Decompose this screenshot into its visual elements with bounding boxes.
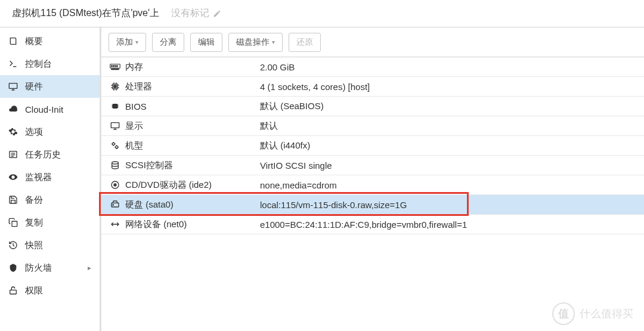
eye-icon <box>8 172 19 182</box>
pencil-icon <box>213 10 221 18</box>
sidebar-item-7[interactable]: 备份 <box>0 188 100 211</box>
add-label: 添加 <box>116 37 133 48</box>
sidebar-item-11[interactable]: 权限 <box>0 279 100 302</box>
cloud-icon <box>8 104 19 114</box>
book-icon <box>8 36 19 46</box>
svg-rect-11 <box>111 65 112 67</box>
sidebar-item-label: 复制 <box>25 217 43 228</box>
cpu-icon <box>109 82 122 91</box>
hardware-row[interactable]: 处理器4 (1 sockets, 4 cores) [host] <box>101 77 644 97</box>
gear-icon <box>8 127 19 137</box>
vm-title: 虚拟机115 (DSMtest)在节点'pve'上 <box>12 7 159 20</box>
sidebar-item-5[interactable]: 任务历史 <box>0 143 100 166</box>
hardware-row-label: SCSI控制器 <box>122 160 260 171</box>
hdd-icon <box>109 200 122 209</box>
no-tags[interactable]: 没有标记 <box>171 7 221 20</box>
hardware-row-value: 4 (1 sockets, 4 cores) [host] <box>260 82 644 92</box>
sidebar-item-label: Cloud-Init <box>25 104 63 115</box>
terminal-icon <box>8 59 19 69</box>
hardware-row-value: 默认 <box>260 120 644 132</box>
detach-label: 分离 <box>160 37 177 48</box>
hardware-row-value: e1000=BC:24:11:1D:AF:C9,bridge=vmbr0,fir… <box>260 219 644 230</box>
svg-rect-26 <box>113 104 117 109</box>
disk-action-label: 磁盘操作 <box>236 37 270 48</box>
save-icon <box>8 195 19 205</box>
sidebar-item-label: 任务历史 <box>25 149 61 160</box>
stack-icon <box>109 160 122 170</box>
display-icon <box>109 121 122 131</box>
chip-icon <box>109 101 122 111</box>
edit-button[interactable]: 编辑 <box>190 33 222 52</box>
titlebar: 虚拟机115 (DSMtest)在节点'pve'上 没有标记 <box>0 0 644 27</box>
sidebar-item-4[interactable]: 选项 <box>0 120 100 143</box>
chevron-down-icon: ▾ <box>135 39 138 45</box>
hardware-row[interactable]: SCSI控制器VirtIO SCSI single <box>101 156 644 175</box>
list-icon <box>8 150 19 159</box>
sidebar-item-1[interactable]: 控制台 <box>0 52 100 75</box>
svg-rect-13 <box>114 65 116 67</box>
hardware-row[interactable]: 网络设备 (net0)e1000=BC:24:11:1D:AF:C9,bridg… <box>101 215 644 234</box>
hardware-row[interactable]: 显示默认 <box>101 116 644 136</box>
disk-action-button[interactable]: 磁盘操作 ▾ <box>228 33 283 52</box>
history-icon <box>8 240 19 250</box>
net-icon <box>109 219 122 229</box>
hardware-row-value: local:115/vm-115-disk-0.raw,size=1G <box>260 200 644 210</box>
sidebar-item-label: 权限 <box>25 285 43 296</box>
svg-point-38 <box>112 162 119 164</box>
sidebar-item-label: 监视器 <box>25 172 52 183</box>
revert-button[interactable]: 还原 <box>289 33 321 52</box>
detach-button[interactable]: 分离 <box>152 33 184 52</box>
hardware-row-label: 网络设备 (net0) <box>122 219 260 230</box>
cogs-icon <box>109 141 122 150</box>
svg-rect-33 <box>111 123 119 128</box>
no-tags-label: 没有标记 <box>171 7 209 20</box>
hardware-row[interactable]: 机型默认 (i440fx) <box>101 136 644 156</box>
hardware-row-label: 处理器 <box>122 81 260 92</box>
sidebar-item-10[interactable]: 防火墙▸ <box>0 256 100 279</box>
hardware-row-label: CD/DVD驱动器 (ide2) <box>122 180 260 191</box>
content: 添加 ▾ 分离 编辑 磁盘操作 ▾ 还原 内存2.00 GiB处理器4 (1 s… <box>101 27 644 331</box>
svg-point-36 <box>112 143 114 145</box>
hardware-row-value: VirtIO SCSI single <box>260 160 644 171</box>
hardware-row[interactable]: 硬盘 (sata0)local:115/vm-115-disk-0.raw,si… <box>101 195 644 215</box>
svg-rect-1 <box>9 83 17 89</box>
svg-point-43 <box>113 205 113 205</box>
memory-icon <box>109 63 122 71</box>
svg-rect-8 <box>12 221 17 227</box>
sidebar-item-8[interactable]: 复制 <box>0 211 100 234</box>
sidebar-item-label: 防火墙 <box>25 262 52 274</box>
sidebar-item-0[interactable]: 概要 <box>0 30 100 52</box>
edit-label: 编辑 <box>198 37 215 48</box>
sidebar-item-3[interactable]: Cloud-Init <box>0 98 100 120</box>
hardware-row-label: 内存 <box>122 61 260 73</box>
add-button[interactable]: 添加 ▾ <box>109 33 146 52</box>
hardware-row[interactable]: CD/DVD驱动器 (ide2)none,media=cdrom <box>101 175 644 195</box>
hardware-row-label: BIOS <box>122 101 260 112</box>
sidebar-item-label: 控制台 <box>25 58 52 70</box>
chevron-right-icon: ▸ <box>88 264 91 272</box>
shield-icon <box>8 263 19 273</box>
sidebar-item-label: 概要 <box>25 36 43 47</box>
sidebar-item-2[interactable]: 硬件 <box>0 75 100 98</box>
sidebar-item-9[interactable]: 快照 <box>0 234 100 256</box>
hardware-row-value: none,media=cdrom <box>260 180 644 190</box>
monitor-icon <box>8 82 19 91</box>
revert-label: 还原 <box>296 37 313 48</box>
svg-rect-15 <box>111 69 119 70</box>
hardware-row-label: 硬盘 (sata0) <box>122 199 260 211</box>
hardware-row-value: 2.00 GiB <box>260 62 644 72</box>
svg-point-37 <box>116 146 118 149</box>
copy-icon <box>8 218 19 227</box>
sidebar-item-label: 快照 <box>25 240 43 251</box>
sidebar-item-6[interactable]: 监视器 <box>0 166 100 188</box>
hardware-table: 内存2.00 GiB处理器4 (1 sockets, 4 cores) [hos… <box>101 57 644 331</box>
hardware-row[interactable]: 内存2.00 GiB <box>101 57 644 77</box>
svg-rect-17 <box>114 85 116 88</box>
hardware-row[interactable]: BIOS默认 (SeaBIOS) <box>101 97 644 116</box>
hardware-row-value: 默认 (i440fx) <box>260 140 644 151</box>
chevron-down-icon: ▾ <box>272 39 275 45</box>
sidebar: 概要控制台硬件Cloud-Init选项任务历史监视器备份复制快照防火墙▸权限 <box>0 27 101 331</box>
sidebar-item-label: 硬件 <box>25 81 43 92</box>
hardware-row-value: 默认 (SeaBIOS) <box>260 101 644 112</box>
svg-rect-12 <box>113 65 114 67</box>
